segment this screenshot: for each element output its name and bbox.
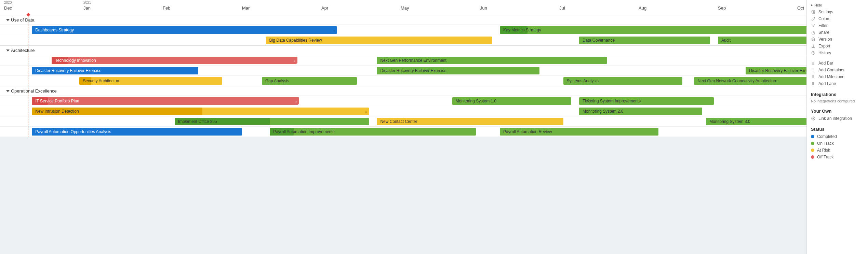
sidebar-menu-label: Filter (818, 23, 828, 28)
bar-label: Monitoring System 3.0 (709, 119, 750, 124)
timeline-bar[interactable]: Security Architecture (79, 77, 222, 85)
sidebar-add-add-container[interactable]: Add Container (811, 67, 864, 73)
lane-track: Technology Innovation≡Next Gen Performan… (0, 55, 806, 66)
lane-track: New Intrusion Detection≡Monitoring Syste… (0, 106, 806, 116)
timeline-bar[interactable]: Gap Analysis (262, 77, 357, 85)
bar-label: Disaster Recovery Failover Exercise (380, 68, 446, 73)
group-header[interactable]: Use of Data (0, 15, 806, 25)
timeline-bar[interactable]: New Contact Center (377, 118, 563, 125)
drag-handle-icon[interactable]: ≡ (333, 27, 336, 34)
status-legend-on-track: On Track (811, 140, 864, 147)
timeline-bar[interactable]: Disaster Recovery Failover Exercise (32, 67, 198, 74)
legend-label: At Risk (817, 148, 830, 153)
sidebar-menu-label: Export (818, 44, 830, 48)
svg-point-26 (813, 84, 814, 85)
drag-handle-icon[interactable]: ≡ (295, 98, 298, 105)
timeline-bar[interactable]: Big Data Capabilities Review (266, 37, 492, 44)
sidebar-menu-export[interactable]: Export (811, 43, 864, 50)
sidebar-menu-history[interactable]: History (811, 50, 864, 56)
sidebar-add-add-bar[interactable]: Add Bar (811, 60, 864, 67)
timeline-bar[interactable]: IT Service Portfolio Plan≡ (32, 97, 299, 105)
integrations-title: Integrations (811, 92, 864, 97)
sidebar-menu-version[interactable]: Version (811, 36, 864, 43)
timeline-bar[interactable]: Payroll Automation Review (500, 128, 658, 136)
month-label: Jun (480, 5, 487, 11)
hide-label: Hide (814, 3, 822, 7)
bar-label: Payroll Automation Review (503, 129, 552, 134)
month-label: Jan (83, 5, 91, 11)
grip-icon (811, 81, 816, 86)
legend-dot-icon (811, 149, 814, 152)
svg-point-22 (812, 83, 813, 84)
svg-point-18 (813, 75, 814, 76)
month-label: Aug (639, 5, 646, 11)
timeline-bar[interactable]: Payroll Automation Improvements (270, 128, 476, 136)
month-label: Oct (797, 5, 804, 11)
timeline-bar[interactable]: Monitoring System 3.0 (706, 118, 806, 125)
resize-handle-icon[interactable] (296, 63, 297, 64)
group-header[interactable]: Architecture (0, 45, 806, 55)
sidebar-menu-share[interactable]: Share (811, 29, 864, 36)
year-label: 2021 (83, 1, 91, 4)
timeline-bar[interactable]: Dashboards Strategy≡ (32, 26, 337, 34)
legend-label: Completed (817, 134, 837, 139)
svg-point-14 (813, 71, 814, 71)
grip-icon (811, 74, 816, 79)
link-integration-button[interactable]: Link an integration (811, 115, 864, 122)
timeline-bar[interactable]: Payroll Automation Opportunities Analysi… (32, 128, 242, 136)
sidebar-add-add-milestone[interactable]: Add Milestone (811, 73, 864, 80)
chevron-down-icon (6, 19, 10, 21)
timeline-bar[interactable]: Audit (718, 37, 806, 44)
link-integration-label: Link an integration (818, 116, 852, 121)
group-header[interactable]: Operational Excellence (0, 86, 806, 96)
month-label: Apr (321, 5, 328, 11)
timeline-bar[interactable]: Next Gen Performance Environment (377, 57, 607, 64)
bar-label: Ticketing System Improvements (583, 99, 641, 103)
timeline-bar[interactable]: Monitoring System 1.0 (452, 97, 571, 105)
timeline-bar[interactable]: Disaster Recovery Failover Exercise (746, 67, 806, 74)
bar-label: Monitoring System 2.0 (583, 109, 623, 114)
share-icon (811, 30, 816, 35)
hide-sidebar-button[interactable]: ▸ Hide (811, 3, 864, 7)
drag-handle-icon[interactable]: ≡ (294, 57, 296, 64)
timeline-bar[interactable]: Key Metrics Strategy (500, 26, 806, 34)
sidebar-menu-filter[interactable]: Filter (811, 22, 864, 29)
sidebar-menu-colors[interactable]: Colors (811, 15, 864, 22)
resize-handle-icon[interactable] (298, 103, 299, 105)
funnel-icon (811, 23, 816, 28)
timeline-bar[interactable]: Systems Analysis (563, 77, 682, 85)
drag-handle-icon[interactable]: ≡ (365, 108, 368, 115)
sidebar-menu-label: History (818, 51, 831, 55)
bar-label: Technology Innovation (55, 58, 96, 63)
legend-label: On Track (817, 141, 834, 146)
status-legend-completed: Completed (811, 133, 864, 140)
sidebar-menu-label: Share (818, 30, 829, 35)
timeline-bar[interactable]: Data Governance (579, 37, 710, 44)
sidebar-add-label: Add Milestone (818, 74, 844, 79)
svg-point-6 (813, 62, 814, 62)
timeline-bar[interactable]: Next Gen Network Connectivity Architectu… (694, 77, 806, 85)
bar-label: Big Data Capabilities Review (269, 38, 322, 43)
bar-label: New Intrusion Detection (35, 109, 79, 114)
svg-point-11 (812, 71, 813, 71)
sidebar-add-add-lane[interactable]: Add Lane (811, 80, 864, 87)
bar-label: Disaster Recovery Failover Exercise (749, 68, 806, 73)
grip-icon (811, 68, 816, 72)
sidebar-add-label: Add Bar (818, 61, 833, 66)
timeline-bar[interactable]: Disaster Recovery Failover Exercise (377, 67, 539, 74)
your-own-title: Your Own (811, 109, 864, 114)
timeline-bar[interactable]: Monitoring System 2.0 (579, 108, 702, 115)
svg-point-17 (812, 77, 813, 78)
bar-label: Next Gen Network Connectivity Architectu… (697, 79, 777, 83)
month-label: Dec (4, 5, 12, 11)
svg-point-24 (813, 82, 814, 83)
integrations-empty: No integrations configured (811, 98, 864, 104)
timeline-bar[interactable]: Ticketing System Improvements (579, 97, 714, 105)
timeline-bar[interactable]: Implement Office 365 (175, 118, 369, 125)
sidebar-menu-settings[interactable]: Settings (811, 9, 864, 15)
bar-label: Next Gen Performance Environment (380, 58, 446, 63)
history-icon (811, 51, 816, 55)
grip-icon (811, 61, 816, 66)
timeline-bar[interactable]: New Intrusion Detection≡ (32, 108, 369, 115)
timeline-bar[interactable]: Technology Innovation≡ (52, 57, 297, 64)
